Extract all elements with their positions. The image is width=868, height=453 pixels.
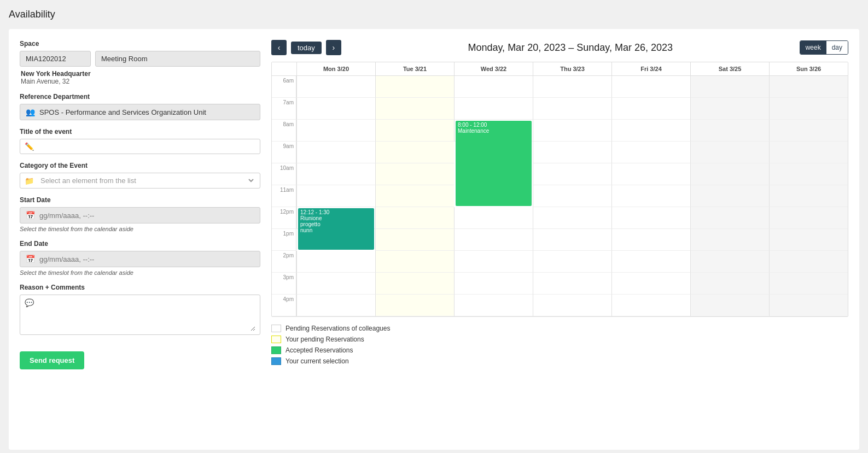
cal-cell-6-0[interactable] (769, 76, 848, 98)
cal-cell-2-6[interactable] (454, 207, 533, 229)
send-request-button[interactable]: Send request (20, 351, 84, 369)
cal-cell-6-6[interactable] (769, 207, 848, 229)
cal-cell-5-4[interactable] (690, 163, 769, 185)
cal-cell-3-3[interactable] (533, 142, 611, 163)
event-maintenance[interactable]: 8:00 - 12:00 Maintenance (456, 121, 532, 206)
cal-cell-3-1[interactable] (533, 98, 611, 120)
next-week-button[interactable]: › (326, 40, 341, 55)
cal-cell-1-5[interactable] (375, 185, 454, 207)
cal-cell-1-8[interactable] (375, 251, 454, 273)
cal-cell-1-1[interactable] (375, 98, 454, 120)
cal-cell-3-6[interactable] (533, 207, 611, 229)
cal-cell-2-8[interactable] (454, 251, 533, 273)
cal-cell-2-2[interactable]: 8:00 - 12:00 Maintenance (454, 120, 533, 142)
cal-cell-0-10[interactable] (296, 295, 375, 316)
cal-cell-4-10[interactable] (611, 295, 690, 316)
cal-cell-0-4[interactable] (296, 163, 375, 185)
legend-accepted: Accepted Reservations (271, 346, 848, 354)
space-name-input[interactable] (95, 51, 260, 67)
calendar-header: ‹ today › Monday, Mar 20, 2023 – Sunday,… (271, 40, 848, 55)
org-name: New York Headquarter (21, 70, 260, 78)
cal-cell-0-3[interactable] (296, 142, 375, 163)
time-cell-4: 10am (272, 163, 296, 185)
cal-cell-3-8[interactable] (533, 251, 611, 273)
cal-cell-5-10[interactable] (690, 295, 769, 316)
cal-cell-3-0[interactable] (533, 76, 611, 98)
cal-cell-6-2[interactable] (769, 120, 848, 142)
cal-cell-4-4[interactable] (611, 163, 690, 185)
cal-cell-4-6[interactable] (611, 207, 690, 229)
cal-cell-6-7[interactable] (769, 229, 848, 251)
cal-cell-3-5[interactable] (533, 185, 611, 207)
cal-cell-3-10[interactable] (533, 295, 611, 316)
today-button[interactable]: today (291, 42, 322, 54)
cal-cell-4-5[interactable] (611, 185, 690, 207)
cal-cell-2-0[interactable] (454, 76, 533, 98)
cal-cell-1-2[interactable] (375, 120, 454, 142)
cal-cell-3-9[interactable] (533, 273, 611, 295)
cal-cell-2-10[interactable] (454, 295, 533, 316)
cal-cell-4-9[interactable] (611, 273, 690, 295)
cal-cell-6-8[interactable] (769, 251, 848, 273)
cal-cell-3-7[interactable] (533, 229, 611, 251)
week-view-button[interactable]: week (800, 41, 826, 54)
cal-cell-4-8[interactable] (611, 251, 690, 273)
cal-cell-5-1[interactable] (690, 98, 769, 120)
cal-cell-0-9[interactable] (296, 273, 375, 295)
cal-cell-5-5[interactable] (690, 185, 769, 207)
prev-week-button[interactable]: ‹ (271, 40, 287, 55)
cal-cell-6-1[interactable] (769, 98, 848, 120)
cal-cell-0-1[interactable] (296, 98, 375, 120)
cal-cell-6-3[interactable] (769, 142, 848, 163)
cal-cell-1-3[interactable] (375, 142, 454, 163)
cal-cell-2-7[interactable] (454, 229, 533, 251)
cal-cell-0-0[interactable] (296, 76, 375, 98)
cal-cell-1-4[interactable] (375, 163, 454, 185)
legend-box-your-pending (271, 336, 281, 343)
cal-cell-3-2[interactable] (533, 120, 611, 142)
cal-cell-4-3[interactable] (611, 142, 690, 163)
time-cell-6: 12pm (272, 207, 296, 229)
cal-cell-5-3[interactable] (690, 142, 769, 163)
cal-cell-2-1[interactable] (454, 98, 533, 120)
category-select-wrapper: 📁 Select an element from the list (20, 173, 260, 189)
day-view-button[interactable]: day (826, 41, 848, 54)
cal-cell-0-2[interactable] (296, 120, 375, 142)
cal-cell-5-9[interactable] (690, 273, 769, 295)
end-date-input[interactable] (39, 255, 254, 263)
cal-cell-1-0[interactable] (375, 76, 454, 98)
cal-cell-1-7[interactable] (375, 229, 454, 251)
cal-cell-3-4[interactable] (533, 163, 611, 185)
start-date-input[interactable] (39, 211, 254, 220)
end-date-helper: Select the timeslot from the calendar as… (20, 269, 260, 276)
cal-cell-0-6[interactable]: 12:12 - 1:30 Riunione progetto nunn (296, 207, 375, 229)
cal-cell-1-9[interactable] (375, 273, 454, 295)
cal-cell-0-5[interactable] (296, 185, 375, 207)
cal-cell-6-5[interactable] (769, 185, 848, 207)
space-id-input[interactable] (20, 51, 91, 67)
time-cell-0: 6am (272, 76, 296, 98)
cal-cell-5-7[interactable] (690, 229, 769, 251)
cal-cell-0-8[interactable] (296, 251, 375, 273)
address-line: Main Avenue, 32 (21, 78, 260, 85)
category-label: Category of the Event (20, 162, 260, 169)
reason-textarea[interactable] (38, 298, 255, 331)
cal-cell-4-7[interactable] (611, 229, 690, 251)
cal-cell-5-6[interactable] (690, 207, 769, 229)
cal-cell-6-4[interactable] (769, 163, 848, 185)
category-select[interactable]: Select an element from the list (38, 176, 255, 185)
cal-cell-4-0[interactable] (611, 76, 690, 98)
cal-cell-5-0[interactable] (690, 76, 769, 98)
day-header-5: Sat 3/25 (690, 62, 769, 76)
cal-cell-5-2[interactable] (690, 120, 769, 142)
cal-cell-2-9[interactable] (454, 273, 533, 295)
cal-cell-5-8[interactable] (690, 251, 769, 273)
cal-cell-1-10[interactable] (375, 295, 454, 316)
event-riunione[interactable]: 12:12 - 1:30 Riunione progetto nunn (298, 208, 374, 250)
cal-cell-6-9[interactable] (769, 273, 848, 295)
event-title-input[interactable] (38, 143, 255, 151)
cal-cell-4-2[interactable] (611, 120, 690, 142)
cal-cell-6-10[interactable] (769, 295, 848, 316)
cal-cell-4-1[interactable] (611, 98, 690, 120)
cal-cell-1-6[interactable] (375, 207, 454, 229)
